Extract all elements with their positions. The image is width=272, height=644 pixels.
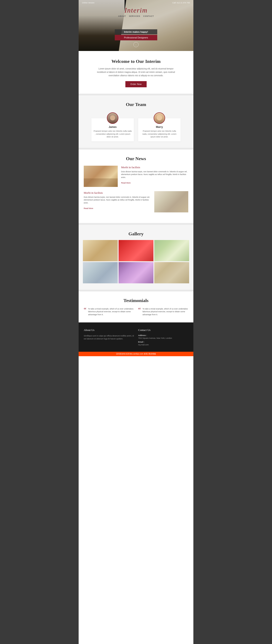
- gallery-item-vegetables[interactable]: [154, 240, 189, 261]
- divider-1: [79, 94, 193, 95]
- team-name-marry: Marry: [138, 126, 181, 128]
- watermark-bar: 访问回乡红社区bbs.xenliao.com 发现 更多模板: [79, 352, 193, 356]
- testimonials-title: Testimonials: [84, 298, 188, 303]
- gallery-item-flowers-red[interactable]: [119, 240, 153, 261]
- order-now-button[interactable]: Order Now: [125, 81, 147, 87]
- footer-address-label: Address :: [138, 334, 188, 336]
- nav-about[interactable]: ABOUT: [118, 15, 126, 17]
- gallery-title: Gallery: [83, 231, 189, 236]
- phone-label: Call: 012 21 974 765: [172, 2, 190, 4]
- scroll-down-icon: ↓: [136, 44, 137, 46]
- divider-4: [79, 290, 193, 292]
- news-body-2: Duis dictum lacinia turpis, non laoreet …: [84, 196, 151, 204]
- gallery-item-chair[interactable]: [83, 240, 118, 261]
- read-more-2[interactable]: Read More: [84, 207, 93, 210]
- gallery-item-flowers-purple[interactable]: [119, 262, 153, 283]
- team-desc-marry: Praesent tempor ante nec lobortis nulla …: [138, 130, 181, 138]
- testimonial-item-2: “ To take a trivial example, which of us…: [138, 308, 188, 316]
- watermark-text: 访问回乡红社区bbs.xenliao.com 发现 更多模板: [116, 353, 156, 355]
- hero-brand: Interim ABOUT SERVICES CONTACT: [118, 6, 154, 17]
- testimonials-grid: “ To take a trivial example, which of us…: [84, 308, 188, 316]
- footer-contact-col: Contact Us Address : 75/4 Square Avenue,…: [138, 328, 188, 348]
- divider-3: [79, 223, 193, 225]
- read-more-1[interactable]: Read More: [121, 182, 131, 184]
- divider-2: [79, 148, 193, 150]
- team-avatar-wrap-james: [91, 112, 134, 124]
- news-body-1: Duis dictum lacinia turpis, non laoreet …: [121, 170, 188, 179]
- hero-cta: Interim makes happy! Professional Design…: [115, 29, 157, 40]
- footer-email-label: Email :: [138, 341, 188, 343]
- team-title: Our Team: [83, 102, 189, 107]
- footer-contact-heading: Contact Us: [138, 328, 188, 332]
- news-image-1: [84, 166, 118, 187]
- footer-about-text: Simillique sunt in culpa qui officia des…: [84, 334, 134, 340]
- gallery-item-dining-room[interactable]: [154, 262, 189, 283]
- testimonial-text-1: To take a trivial example, which of us e…: [88, 308, 134, 316]
- hero-cta-button[interactable]: Professional Designers: [115, 35, 157, 40]
- online-version-label: Online Version: [82, 2, 95, 4]
- footer-about-col: About Us Simillique sunt in culpa qui of…: [84, 328, 134, 348]
- testimonials-section: Testimonials “ To take a trivial example…: [79, 292, 193, 323]
- team-cards-row: James Praesent tempor ante nec lobortis …: [83, 110, 189, 142]
- hero-section: Online Version Call: 012 21 974 765 Inte…: [79, 0, 193, 51]
- nav-services[interactable]: SERVICES: [129, 15, 140, 17]
- team-card-james: James Praesent tempor ante nec lobortis …: [91, 118, 134, 142]
- hero-nav: ABOUT SERVICES CONTACT: [118, 15, 154, 17]
- team-name-james: James: [91, 126, 134, 128]
- news-title: Our News: [84, 156, 188, 162]
- news-title-wrap: Our News: [84, 156, 188, 162]
- news-heading-2: Morbi in facilisis: [84, 191, 151, 194]
- nav-contact[interactable]: CONTACT: [143, 15, 154, 17]
- footer-email-value: my.mail.com: [138, 344, 188, 346]
- footer-about-heading: About Us: [84, 328, 134, 332]
- welcome-body: Lorem ipsum dolor sit amet, consectetur …: [96, 67, 176, 77]
- brand-name: Interim: [118, 6, 154, 14]
- news-section: Our News Morbi in facilisis Duis dictum …: [79, 150, 193, 223]
- news-row-2: Morbi in facilisis Duis dictum lacinia t…: [84, 191, 188, 212]
- hero-scroll-button[interactable]: ↓: [133, 42, 139, 47]
- avatar-james: [107, 112, 118, 124]
- gallery-item-bedroom[interactable]: [83, 262, 118, 283]
- news-content-2: Morbi in facilisis Duis dictum lacinia t…: [84, 191, 151, 210]
- team-desc-james: Praesent tempor ante nec lobortis nulla …: [91, 130, 134, 138]
- welcome-title: Welcome to Our Interim: [84, 58, 188, 64]
- footer-address-value: 75/4 Square Avenue, New York, London: [138, 337, 188, 339]
- news-image-2: [154, 191, 188, 212]
- footer-section: About Us Simillique sunt in culpa qui of…: [79, 322, 193, 352]
- gallery-section: Gallery: [79, 225, 193, 290]
- team-card-marry: Marry Praesent tempor ante nec lobortis …: [138, 118, 181, 142]
- news-heading-1: Morbi in facilisis: [121, 166, 188, 169]
- quote-mark-2: “: [138, 307, 141, 316]
- welcome-section: Welcome to Our Interim Lorem ipsum dolor…: [79, 51, 193, 94]
- hero-top-bar: Online Version Call: 012 21 974 765: [79, 2, 193, 4]
- testimonial-text-2: To take a trivial example, which of us e…: [142, 308, 188, 316]
- hero-tagline: Interim makes happy!: [115, 29, 157, 34]
- news-row-1: Morbi in facilisis Duis dictum lacinia t…: [84, 166, 188, 187]
- page-wrapper: Online Version Call: 012 21 974 765 Inte…: [79, 0, 193, 644]
- news-content-1: Morbi in facilisis Duis dictum lacinia t…: [121, 166, 188, 184]
- quote-mark-1: “: [84, 307, 86, 316]
- team-avatar-wrap-marry: [138, 112, 181, 124]
- testimonial-item-1: “ To take a trivial example, which of us…: [84, 308, 134, 316]
- gallery-grid: [83, 240, 189, 283]
- avatar-marry: [154, 112, 165, 124]
- team-section: Our Team James Praesent tempor ante nec …: [79, 95, 193, 148]
